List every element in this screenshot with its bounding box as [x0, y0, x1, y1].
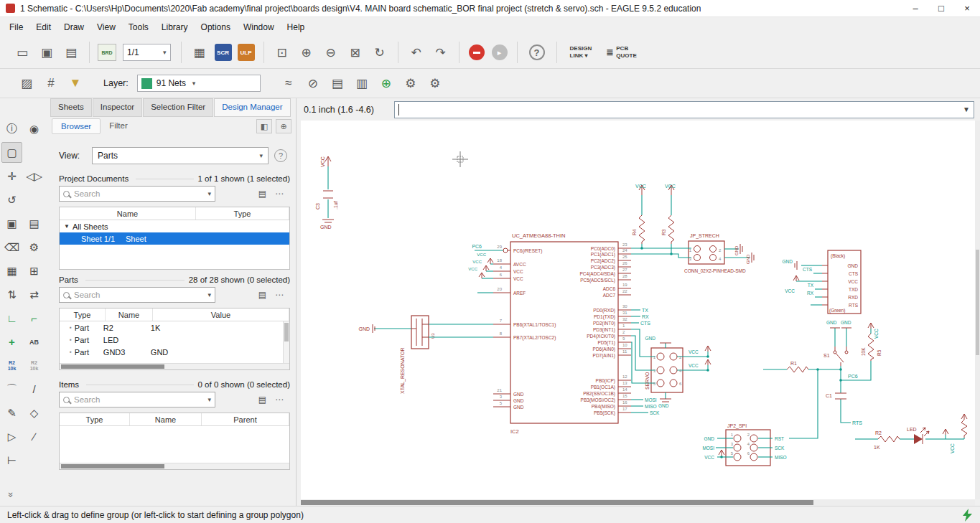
pin-pad[interactable]: [503, 248, 508, 253]
pin-pad[interactable]: [670, 353, 677, 360]
help-icon[interactable]: ?: [274, 149, 287, 162]
net-wire[interactable]: [789, 369, 818, 438]
parts-table-row[interactable]: ▪PartGND3GND: [60, 346, 289, 358]
attach-panel-icon[interactable]: ◧: [256, 119, 272, 133]
menu-edit[interactable]: Edit: [29, 19, 57, 35]
zoom-cursor-icon[interactable]: ⊘: [303, 73, 323, 93]
net-wire[interactable]: [631, 329, 655, 357]
wire-bend-icon[interactable]: ≈: [279, 73, 299, 93]
pinswap-tool[interactable]: ⇅: [1, 284, 22, 305]
rotate-tool[interactable]: ↺: [1, 189, 22, 210]
menu-options[interactable]: Options: [195, 19, 237, 35]
tree-item-sheet[interactable]: Sheet 1/1Sheet: [60, 232, 289, 245]
zoom-in-icon[interactable]: ⊕: [297, 42, 317, 62]
more-options-icon[interactable]: ⋯: [275, 189, 284, 199]
subtab-filter[interactable]: Filter: [101, 118, 136, 134]
design-link-button[interactable]: DESIGNLINK ▾: [570, 45, 592, 59]
zoom-redraw-icon[interactable]: ↻: [370, 42, 390, 62]
tool-settings-gear-icon[interactable]: ⚙: [425, 73, 445, 93]
net-settings-gear-icon[interactable]: ⚙: [401, 73, 421, 93]
zoom-fit-icon[interactable]: ⊡: [272, 42, 292, 62]
menu-view[interactable]: View: [90, 19, 122, 35]
delete-tool[interactable]: ⌫: [1, 237, 22, 258]
dimension-tool[interactable]: ⊢: [1, 450, 22, 471]
junction-tool[interactable]: +: [1, 331, 22, 352]
pin-pad[interactable]: [694, 246, 701, 253]
pin-pad[interactable]: [670, 380, 677, 387]
list-view-icon[interactable]: ▤: [258, 290, 266, 300]
save-icon[interactable]: ▣: [37, 42, 57, 62]
component-outline[interactable]: [411, 316, 429, 349]
layer-filter-icon[interactable]: ▼: [65, 73, 85, 93]
parts-table-row[interactable]: ▪PartR21K: [60, 321, 289, 334]
copy-tool[interactable]: ▣: [1, 213, 22, 234]
more-options-icon[interactable]: ⋯: [275, 395, 284, 405]
list-view-icon[interactable]: ▤: [258, 189, 266, 199]
net-wire[interactable]: [841, 399, 851, 423]
move-tool[interactable]: ✛: [1, 166, 22, 187]
column-header-value[interactable]: Value: [153, 308, 289, 321]
pin-pad[interactable]: [657, 367, 664, 374]
zoom-panel-icon[interactable]: ⊕: [276, 119, 291, 133]
project-documents-search-input[interactable]: Search ▾: [59, 186, 215, 202]
help-button[interactable]: ?: [529, 44, 545, 60]
name-tool[interactable]: ✎: [1, 402, 22, 423]
column-header-parent[interactable]: Parent: [202, 413, 289, 425]
display-layers-icon[interactable]: ▨: [17, 73, 37, 93]
pin-pad[interactable]: [750, 444, 757, 451]
run-icon[interactable]: ▸: [492, 44, 508, 60]
schematic-drawing[interactable]: VCCC3.1ufGNDGNDXTAL_RESONATORU3UC_ATMEGA…: [301, 121, 976, 499]
horizontal-scrollbar[interactable]: [301, 499, 975, 506]
column-header-name[interactable]: Name: [130, 413, 202, 425]
command-history-dropdown-icon[interactable]: ▼: [963, 105, 970, 113]
pin-pad[interactable]: [845, 351, 848, 354]
add-net-icon[interactable]: ⊕: [376, 73, 396, 93]
attributes-grid-icon[interactable]: ▦: [190, 42, 210, 62]
switch-to-board-icon[interactable]: BRD: [98, 44, 116, 61]
label-tool[interactable]: ◇: [24, 402, 45, 423]
vertical-scrollbar[interactable]: [975, 121, 980, 499]
menu-help[interactable]: Help: [281, 19, 312, 35]
tab-selection-filter[interactable]: Selection Filter: [143, 98, 213, 117]
line-tool[interactable]: ∕: [24, 426, 45, 447]
value-tool[interactable]: R210k: [1, 355, 22, 376]
tab-inspector[interactable]: Inspector: [93, 98, 142, 117]
close-button[interactable]: ×: [954, 0, 980, 17]
gateswap-tool[interactable]: ⇄: [24, 284, 45, 305]
column-header-name[interactable]: Name: [60, 207, 196, 220]
layer-dropdown[interactable]: 91 Nets▾: [137, 75, 261, 92]
column-header-type[interactable]: Type: [60, 413, 130, 425]
open-file-icon[interactable]: ▭: [12, 42, 32, 62]
pin-pad[interactable]: [710, 255, 717, 261]
info-tool[interactable]: ⓘ: [1, 118, 22, 139]
column-header-type[interactable]: Type: [196, 207, 289, 220]
pin-pad[interactable]: [734, 444, 741, 451]
change-tool[interactable]: ⚙: [24, 237, 45, 258]
parts-horizontal-scrollbar[interactable]: [60, 363, 289, 369]
menu-file[interactable]: File: [3, 19, 29, 35]
undo-icon[interactable]: ↶: [406, 42, 426, 62]
split-tool[interactable]: /: [24, 379, 45, 400]
parts-vertical-scrollbar[interactable]: [283, 321, 289, 363]
mirror-tool[interactable]: ◁▷: [24, 166, 45, 187]
net-tool[interactable]: ∟: [1, 308, 22, 329]
maximize-button[interactable]: □: [928, 0, 954, 17]
bus-class-icon[interactable]: ▥: [352, 73, 372, 93]
bus-tool[interactable]: ⌐: [24, 308, 45, 329]
scr-button[interactable]: SCR: [215, 44, 232, 61]
tab-design-manager[interactable]: Design Manager: [214, 98, 290, 117]
menu-draw[interactable]: Draw: [57, 19, 90, 35]
pin-pad[interactable]: [694, 255, 701, 261]
zoom-select-icon[interactable]: ⊠: [345, 42, 365, 62]
show-tool[interactable]: ◉: [24, 118, 45, 139]
stop-icon[interactable]: [469, 44, 485, 60]
minimize-button[interactable]: –: [902, 0, 928, 17]
pin-pad[interactable]: [750, 453, 757, 461]
view-dropdown[interactable]: Parts ▾: [92, 147, 269, 164]
items-search-input[interactable]: Search ▾: [59, 392, 215, 407]
pcb-quote-button[interactable]: ≣PCBQUOTE: [606, 45, 637, 59]
pin-pad[interactable]: [657, 380, 664, 387]
tab-sheets[interactable]: Sheets: [50, 98, 92, 117]
pin-pad[interactable]: [750, 435, 757, 442]
redo-icon[interactable]: ↷: [431, 42, 451, 62]
